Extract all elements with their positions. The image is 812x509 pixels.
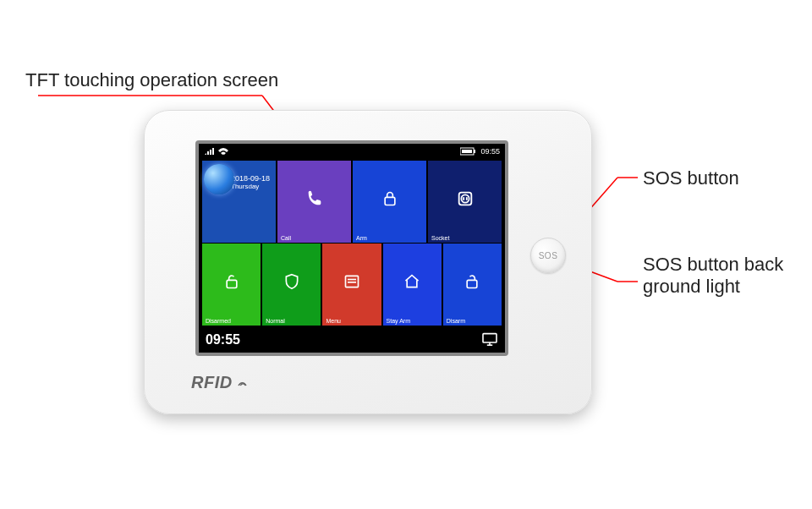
tile-stayarm[interactable]: Stay Arm — [383, 244, 442, 326]
tile-disarmed-label: Disarmed — [206, 318, 231, 324]
statusbar-time: 09:55 — [480, 147, 500, 156]
callout-sos-button-label: SOS button — [643, 167, 739, 189]
battery-icon — [460, 147, 477, 156]
callout-screen-label: TFT touching operation screen — [25, 69, 278, 91]
tile-date[interactable]: 2018-09-18 Thursday — [202, 161, 276, 243]
svg-rect-17 — [227, 280, 237, 287]
shield-icon — [283, 272, 300, 294]
callout-sos-light-label: SOS button back ground light — [643, 254, 812, 298]
tile-grid: 2018-09-18 Thursday Call Arm — [202, 161, 502, 243]
tile-call[interactable]: Call — [277, 161, 351, 243]
svg-rect-12 — [385, 197, 395, 205]
date-text: 2018-09-18 — [231, 174, 270, 183]
tile-call-label: Call — [281, 235, 291, 241]
sos-button-text: SOS — [539, 251, 558, 260]
tile-disarmed[interactable]: Disarmed — [202, 244, 261, 326]
day-text: Thursday — [231, 183, 259, 190]
monitor-icon[interactable] — [481, 332, 498, 348]
svg-rect-21 — [468, 280, 478, 287]
tft-screen[interactable]: 09:55 2018-09-18 Thursday Call — [199, 144, 505, 353]
tile-socket[interactable]: Socket — [428, 161, 502, 243]
battery-clock-group: 09:55 — [460, 147, 500, 156]
phone-icon — [305, 189, 324, 211]
svg-rect-11 — [462, 150, 472, 153]
tile-menu-label: Menu — [326, 318, 341, 324]
status-bar: 09:55 — [199, 144, 505, 159]
sos-button[interactable]: SOS — [530, 238, 566, 273]
unlock2-icon — [464, 272, 480, 294]
clock-large: 09:55 — [206, 332, 240, 348]
device-body: 09:55 2018-09-18 Thursday Call — [144, 110, 592, 414]
tile-stayarm-label: Stay Arm — [387, 318, 410, 324]
rfid-label: RFID — [191, 373, 251, 392]
lock-icon — [381, 189, 398, 211]
svg-rect-10 — [474, 150, 475, 153]
bottom-bar: 09:55 — [199, 327, 505, 353]
tile-normal[interactable]: Normal — [262, 244, 321, 326]
globe-icon — [204, 164, 234, 194]
tile-normal-label: Normal — [266, 318, 285, 324]
tile-arm-label: Arm — [356, 235, 367, 241]
tile-disarm-label: Disarm — [447, 318, 465, 324]
svg-point-14 — [461, 194, 469, 202]
signal-icons — [204, 147, 229, 156]
tile-row-2: Disarmed Normal Menu — [202, 244, 502, 326]
tile-disarm[interactable]: Disarm — [443, 244, 502, 326]
tile-arm[interactable]: Arm — [353, 161, 426, 243]
screen-bezel: 09:55 2018-09-18 Thursday Call — [195, 140, 508, 356]
rfid-text: RFID — [191, 373, 233, 392]
tile-socket-label: Socket — [431, 235, 449, 241]
tile-menu[interactable]: Menu — [322, 244, 381, 326]
unlock-icon — [223, 272, 240, 294]
rfid-waves-icon — [236, 375, 251, 391]
menu-icon — [343, 273, 360, 293]
wifi-icon — [217, 147, 229, 156]
socket-icon — [456, 189, 475, 211]
home-icon — [403, 273, 420, 293]
svg-rect-22 — [483, 334, 497, 342]
cellular-icon — [204, 147, 214, 156]
